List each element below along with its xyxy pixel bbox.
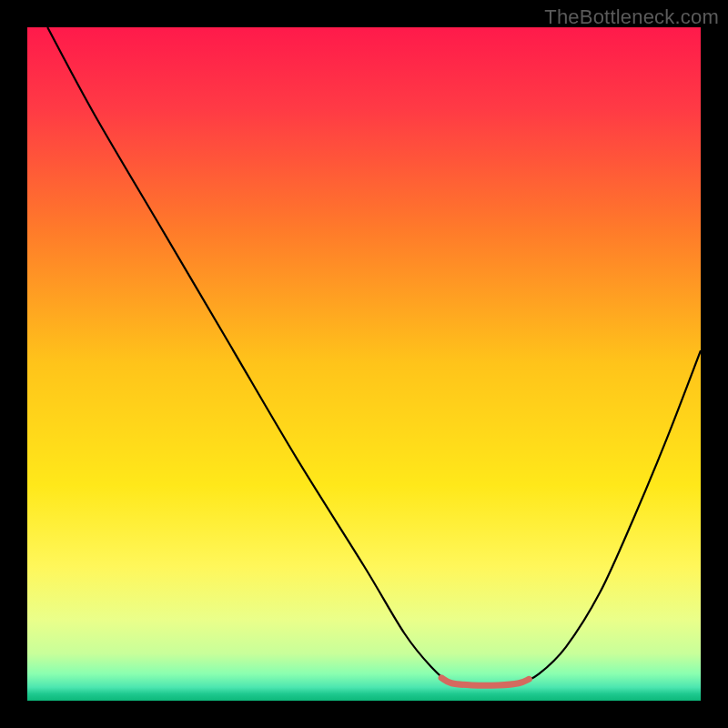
plot-area (27, 27, 701, 701)
sweet-spot-marker (441, 678, 529, 685)
chart-lines (27, 27, 701, 701)
watermark-label: TheBottleneck.com (544, 5, 719, 29)
bottleneck-curve (47, 27, 701, 686)
chart-container: TheBottleneck.com (0, 0, 728, 728)
